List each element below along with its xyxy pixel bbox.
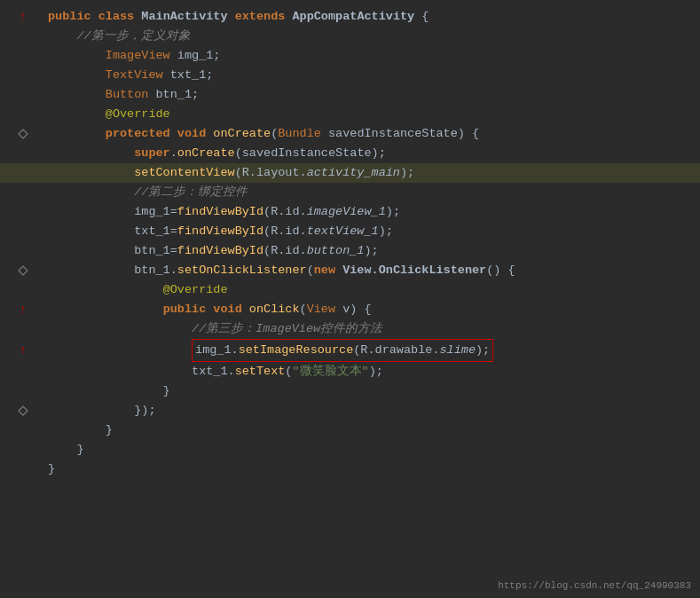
code-line-12: txt_1=findViewById(R.id.textView_1); — [0, 222, 700, 241]
line-content-9: setContentView(R.layout.activity_main); — [44, 163, 700, 183]
line-content-1: public class MainActivity extends AppCom… — [44, 7, 700, 27]
line-content-18: img_1.setImageResource(R.drawable.slime)… — [44, 339, 700, 362]
line-content-6: @Override — [44, 105, 700, 124]
line-content-7: protected void onCreate(Bundle savedInst… — [44, 124, 700, 144]
code-line-13: btn_1=findViewById(R.id.button_1); — [0, 241, 700, 261]
line-content-3: ImageView img_1; — [44, 46, 700, 66]
gutter-21 — [0, 407, 32, 414]
line-content-17: //第三步：ImageView控件的方法 — [44, 319, 700, 339]
code-line-14: btn_1.setOnClickListener(new View.OnClic… — [0, 261, 700, 280]
code-line-16: ↑ public void onClick(View v) { — [0, 300, 700, 319]
gutter-18: ↑ — [0, 343, 32, 358]
watermark: https://blog.csdn.net/qq_24990383 — [498, 580, 691, 591]
line-content-14: btn_1.setOnClickListener(new View.OnClic… — [44, 261, 700, 280]
gutter-14 — [0, 267, 32, 274]
line-content-12: txt_1=findViewById(R.id.textView_1); — [44, 222, 700, 241]
code-line-18: ↑ img_1.setImageResource(R.drawable.slim… — [0, 339, 700, 362]
code-line-10: //第二步：绑定控件 — [0, 183, 700, 202]
line-content-20: } — [44, 382, 700, 401]
line-content-13: btn_1=findViewById(R.id.button_1); — [44, 241, 700, 261]
line-content-23: } — [44, 440, 700, 460]
code-line-11: img_1=findViewById(R.id.imageView_1); — [0, 202, 700, 222]
code-line-4: TextView txt_1; — [0, 66, 700, 85]
code-editor: ↑ public class MainActivity extends AppC… — [0, 0, 700, 598]
arrow-icon-1: ↑ — [20, 10, 27, 24]
arrow-icon-18: ↑ — [20, 343, 27, 358]
code-line-3: ImageView img_1; — [0, 46, 700, 66]
line-content-16: public void onClick(View v) { — [44, 300, 700, 319]
code-line-22: } — [0, 421, 700, 440]
line-content-11: img_1=findViewById(R.id.imageView_1); — [44, 202, 700, 222]
line-content-21: }); — [44, 401, 700, 421]
line-content-22: } — [44, 421, 700, 440]
gutter-16: ↑ — [0, 303, 32, 317]
code-line-1: ↑ public class MainActivity extends AppC… — [0, 7, 700, 27]
line-content-24: } — [44, 460, 700, 479]
line-content-10: //第二步：绑定控件 — [44, 183, 700, 202]
code-line-24: } — [0, 460, 700, 479]
line-content-15: @Override — [44, 280, 700, 300]
diamond-icon-21 — [18, 405, 28, 415]
code-line-21: }); — [0, 401, 700, 421]
line-content-19: txt_1.setText("微笑脸文本"); — [44, 362, 700, 382]
code-line-23: } — [0, 440, 700, 460]
line-content-5: Button btn_1; — [44, 85, 700, 105]
code-line-9: setContentView(R.layout.activity_main); — [0, 163, 700, 183]
code-line-5: Button btn_1; — [0, 85, 700, 105]
line-content-8: super.onCreate(savedInstanceState); — [44, 144, 700, 163]
code-line-2: //第一步，定义对象 — [0, 27, 700, 46]
line-content-4: TextView txt_1; — [44, 66, 700, 85]
code-line-7: protected void onCreate(Bundle savedInst… — [0, 124, 700, 144]
gutter-7 — [0, 130, 32, 138]
code-line-6: @Override — [0, 105, 700, 124]
code-line-20: } — [0, 382, 700, 401]
diamond-icon-7 — [18, 129, 28, 138]
gutter-1: ↑ — [0, 10, 32, 24]
code-line-17: //第三步：ImageView控件的方法 — [0, 319, 700, 339]
red-box-highlight: img_1.setImageResource(R.drawable.slime)… — [192, 339, 493, 362]
code-line-19: txt_1.setText("微笑脸文本"); — [0, 362, 700, 382]
diamond-icon-14 — [18, 265, 28, 275]
code-line-8: super.onCreate(savedInstanceState); — [0, 144, 700, 163]
code-line-15: @Override — [0, 280, 700, 300]
arrow-icon-16: ↑ — [20, 303, 27, 317]
line-content-2: //第一步，定义对象 — [44, 27, 700, 46]
